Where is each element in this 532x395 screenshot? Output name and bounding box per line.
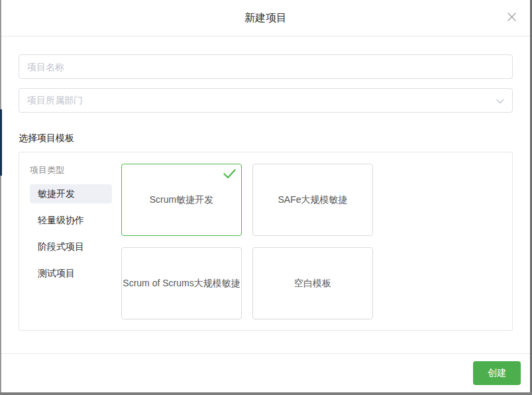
template-card-label: 空白模板 (294, 278, 331, 290)
template-card[interactable]: SAFe大规模敏捷 (252, 164, 373, 236)
dialog-title: 新建项目 (244, 11, 287, 25)
dialog-footer: 创建 (1, 353, 530, 392)
background-sidebar-strip (0, 109, 2, 176)
dialog-body: 项目所属部门 选择项目模板 项目类型 敏捷开发 轻量级协作 阶段式项目 (1, 36, 530, 353)
check-icon (223, 169, 236, 181)
department-select-placeholder: 项目所属部门 (27, 95, 83, 107)
template-card-label: Scrum敏捷开发 (150, 194, 213, 206)
new-project-dialog: 新建项目 项目所属部门 选择项目模板 项目类型 (1, 0, 530, 392)
template-card[interactable]: 空白模板 (252, 247, 373, 319)
dialog-header: 新建项目 (1, 0, 530, 36)
close-icon (507, 13, 516, 23)
category-item[interactable]: 敏捷开发 (30, 184, 112, 203)
template-card[interactable]: Scrum敏捷开发 (121, 164, 242, 236)
background-edge-bottom (0, 392, 532, 395)
background-edge-left (0, 0, 1, 395)
category-item[interactable]: 阶段式项目 (30, 237, 112, 256)
create-button[interactable]: 创建 (473, 361, 521, 385)
template-section-label: 选择项目模板 (19, 133, 513, 144)
category-column-label: 项目类型 (30, 164, 121, 176)
template-card[interactable]: Scrum of Scrums大规模敏捷 (121, 247, 242, 319)
template-card-list: Scrum敏捷开发 SAFe大规模敏捷 (121, 152, 512, 330)
project-name-input[interactable] (19, 54, 513, 79)
category-list: 敏捷开发 轻量级协作 阶段式项目 测试项目 (30, 184, 121, 283)
template-panel: 项目类型 敏捷开发 轻量级协作 阶段式项目 测试项目 (19, 152, 513, 331)
close-button[interactable] (504, 10, 519, 26)
category-item[interactable]: 测试项目 (30, 264, 112, 283)
template-card-label: SAFe大规模敏捷 (278, 194, 347, 206)
department-select[interactable]: 项目所属部门 (19, 88, 513, 113)
chevron-down-icon (496, 95, 504, 106)
category-item[interactable]: 轻量级协作 (30, 211, 112, 230)
category-column: 项目类型 敏捷开发 轻量级协作 阶段式项目 测试项目 (19, 152, 121, 330)
template-card-label: Scrum of Scrums大规模敏捷 (123, 278, 240, 290)
